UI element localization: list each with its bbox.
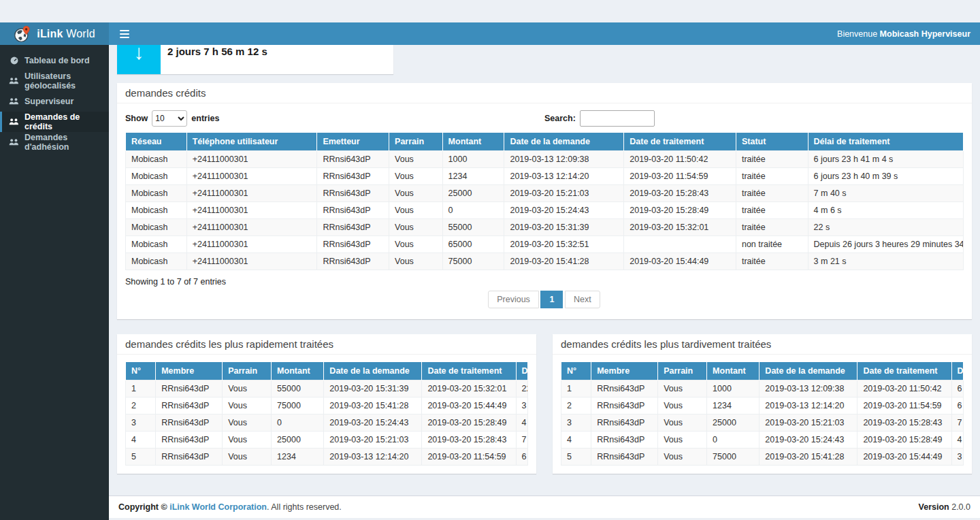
- column-header[interactable]: Parrain: [223, 362, 272, 380]
- table-cell: 6 jours 23 h 40 m 39 s: [808, 168, 963, 185]
- table-row: 3RRnsi643dPVous250002019-03-20 15:21:032…: [561, 415, 964, 432]
- table-cell: RRnsi643dP: [591, 449, 658, 466]
- table-cell: 2019-03-20 15:32:01: [422, 380, 516, 397]
- table-cell: RRnsi643dP: [317, 253, 389, 270]
- table-cell: 3 m 21 s: [516, 397, 527, 415]
- column-header[interactable]: Statut: [736, 133, 808, 151]
- table-cell: 2019-03-20 15:31:39: [504, 219, 624, 236]
- app-window: iLink World Bienvenue Mobicash Hypervise…: [0, 22, 980, 520]
- user-menu[interactable]: Bienvenue Mobicash Hyperviseur: [837, 29, 970, 39]
- table-cell: 0: [272, 415, 324, 432]
- column-header[interactable]: Délai de traitement: [516, 362, 527, 380]
- table-cell: 6 jours 23 h 41 m 4 s: [951, 380, 963, 397]
- sidebar-item-utilisateurs-geolocalises[interactable]: Utilisateurs géolocalisés: [0, 71, 109, 91]
- sidebar-item-label: Demandes de crédits: [24, 112, 102, 131]
- table-cell: 2019-03-20 15:21:03: [504, 185, 624, 202]
- user-name: Mobicash Hyperviseur: [880, 29, 970, 39]
- table-cell: RRnsi643dP: [591, 432, 658, 449]
- previous-page-button[interactable]: Previous: [488, 291, 539, 308]
- table-cell: RRnsi643dP: [156, 415, 223, 432]
- table-cell: Vous: [389, 219, 443, 236]
- column-header[interactable]: Date de la demande: [324, 362, 422, 380]
- table-cell: 75000: [442, 253, 504, 270]
- column-header[interactable]: Date de la demande: [504, 133, 624, 151]
- table-row: 2RRnsi643dPVous12342019-03-13 12:14:2020…: [561, 397, 964, 415]
- table-cell: 22 s: [808, 219, 963, 236]
- page-1-button[interactable]: 1: [540, 291, 563, 308]
- sidebar-item-demandes-de-credits[interactable]: Demandes de crédits: [0, 112, 109, 132]
- table-cell: 6 jours 23 h 40 m 39 s: [951, 397, 963, 415]
- table-cell: +24111000301: [186, 202, 317, 219]
- table-cell: Vous: [223, 380, 272, 397]
- column-header[interactable]: Membre: [156, 362, 223, 380]
- users-icon: [9, 117, 19, 127]
- navbar-main: Bienvenue Mobicash Hyperviseur: [109, 22, 980, 45]
- column-header[interactable]: Téléphone utilisateur: [186, 133, 317, 151]
- table-cell: 0: [442, 202, 504, 219]
- column-header[interactable]: Date de traitement: [624, 133, 736, 151]
- table-cell: Vous: [658, 449, 707, 466]
- column-header[interactable]: Délai de traitement: [951, 362, 963, 380]
- pagination: Previous 1 Next: [125, 291, 964, 311]
- column-header[interactable]: Emetteur: [317, 133, 389, 151]
- table-cell: Mobicash: [126, 151, 187, 168]
- sidebar-item-label: Superviseur: [24, 97, 74, 106]
- column-header[interactable]: N°: [561, 362, 591, 380]
- column-header[interactable]: Réseau: [126, 133, 187, 151]
- table-cell: 2019-03-20 15:24:43: [324, 415, 422, 432]
- table-cell: 5: [126, 449, 156, 466]
- table-cell: RRnsi643dP: [156, 380, 223, 397]
- company-link[interactable]: iLink World Corporation: [169, 502, 267, 512]
- page-length-select[interactable]: 10: [152, 110, 187, 127]
- table-cell: 5: [561, 449, 591, 466]
- entries-label: entries: [191, 114, 219, 123]
- version-text: Version 2.0.0: [919, 502, 970, 512]
- table-cell: 3 m 21 s: [808, 253, 963, 270]
- sidebar-item-tableau-de-bord[interactable]: Tableau de bord: [0, 50, 109, 71]
- fastest-processed-panel: demandes crédits les plus rapidement tra…: [117, 334, 536, 474]
- table-cell: RRnsi643dP: [591, 415, 658, 432]
- table-cell: traitée: [736, 185, 808, 202]
- column-header[interactable]: Parrain: [658, 362, 707, 380]
- sidebar-item-label: Utilisateurs géolocalisés: [24, 71, 102, 91]
- next-page-button[interactable]: Next: [565, 291, 600, 308]
- table-cell: 2019-03-20 15:28:43: [858, 415, 951, 432]
- sidebar: Tableau de bord Utilisateurs géolocalisé…: [0, 45, 109, 520]
- table-cell: 2019-03-20 15:44:49: [858, 449, 951, 466]
- column-header[interactable]: Date de la demande: [760, 362, 858, 380]
- column-header[interactable]: Date de traitement: [858, 362, 951, 380]
- table-cell: Vous: [389, 185, 443, 202]
- search-input[interactable]: [580, 110, 655, 127]
- table-cell: Vous: [658, 432, 707, 449]
- column-header[interactable]: Délai de traitement: [808, 133, 963, 151]
- column-header[interactable]: Date de traitement: [422, 362, 516, 380]
- column-header[interactable]: Montant: [272, 362, 324, 380]
- column-header[interactable]: Parrain: [389, 133, 443, 151]
- column-header[interactable]: Membre: [591, 362, 658, 380]
- users-icon: [9, 76, 19, 86]
- table-cell: 2019-03-20 15:28:49: [858, 432, 951, 449]
- table-cell: +24111000301: [186, 219, 317, 236]
- table-cell: traitée: [736, 151, 808, 168]
- welcome-label: Bienvenue: [837, 29, 880, 39]
- table-cell: 2019-03-20 15:24:43: [504, 202, 624, 219]
- brand[interactable]: iLink World: [0, 22, 109, 45]
- table-cell: 7 m 40 s: [951, 415, 963, 432]
- table-cell: 55000: [272, 380, 324, 397]
- table-cell: +24111000301: [186, 236, 317, 253]
- table-cell: 2019-03-20 15:44:49: [422, 397, 516, 415]
- table-cell: 2019-03-20 11:54:59: [422, 449, 516, 466]
- brand-title: iLink World: [37, 28, 95, 40]
- column-header[interactable]: Montant: [442, 133, 504, 151]
- table-cell: Vous: [389, 253, 443, 270]
- column-header[interactable]: Montant: [707, 362, 760, 380]
- table-row: Mobicash+24111000301RRnsi643dPVous123420…: [126, 168, 964, 185]
- sidebar-item-demandes-dadhesion[interactable]: Demandes d'adhésion: [0, 132, 109, 152]
- table-cell: 1000: [442, 151, 504, 168]
- sidebar-item-superviseur[interactable]: Superviseur: [0, 91, 109, 112]
- table-cell: 22 s: [516, 380, 527, 397]
- table-cell: 75000: [272, 397, 324, 415]
- table-cell: 25000: [707, 415, 760, 432]
- sidebar-toggle-button[interactable]: [116, 27, 133, 41]
- column-header[interactable]: N°: [126, 362, 156, 380]
